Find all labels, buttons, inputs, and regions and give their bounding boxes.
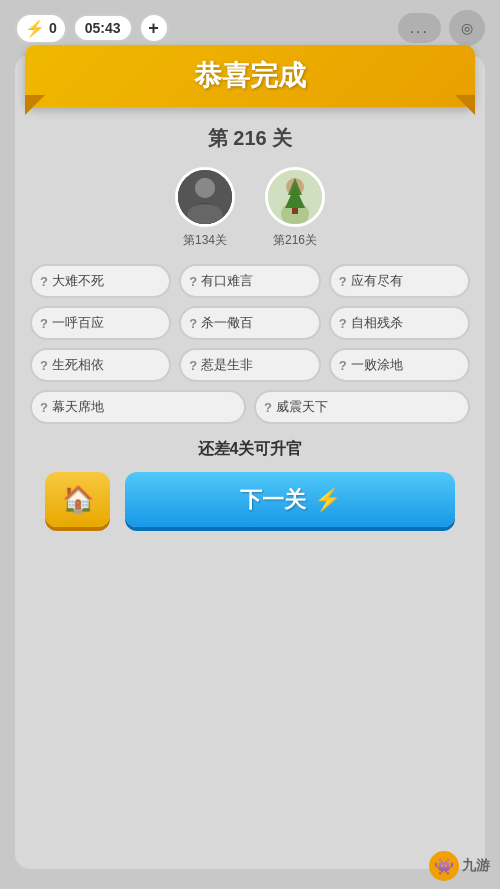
menu-button[interactable]: ...	[398, 13, 441, 43]
tag-item-2[interactable]: ? 应有尽有	[329, 264, 470, 298]
avatar-1-label: 第134关	[183, 232, 227, 249]
home-button[interactable]: 🏠	[45, 472, 110, 527]
home-icon: 🏠	[62, 484, 94, 515]
avatar-2-label: 第216关	[273, 232, 317, 249]
tag-text-2: 应有尽有	[351, 272, 403, 290]
avatar-1-image	[178, 170, 232, 224]
tags-row4: ? 幕天席地 ? 威震天下	[30, 390, 470, 424]
tag-question-0: ?	[40, 274, 48, 289]
tag-text-7: 惹是生非	[201, 356, 253, 374]
next-level-button[interactable]: 下一关 ⚡	[125, 472, 455, 527]
tag-item-10[interactable]: ? 威震天下	[254, 390, 470, 424]
tag-item-9[interactable]: ? 幕天席地	[30, 390, 246, 424]
avatar-2-image	[268, 170, 322, 224]
avatar-item-1: 第134关	[175, 167, 235, 249]
banner-container: 恭喜完成	[25, 45, 475, 107]
tag-text-3: 一呼百应	[52, 314, 104, 332]
tag-item-7[interactable]: ? 惹是生非	[179, 348, 320, 382]
tag-question-7: ?	[189, 358, 197, 373]
main-card: 恭喜完成 第 216 关 第134关	[15, 55, 485, 869]
svg-rect-8	[292, 208, 298, 214]
tag-question-2: ?	[339, 274, 347, 289]
timer-display: 05:43	[73, 14, 133, 42]
tags-grid: ? 大难不死 ? 有口难言 ? 应有尽有 ? 一呼百应 ? 杀一儆百 ? 自相残…	[30, 264, 470, 382]
watermark: 👾 九游	[429, 851, 490, 881]
next-level-text: 下一关	[240, 485, 306, 515]
target-button[interactable]: ◎	[449, 10, 485, 46]
svg-point-1	[195, 178, 215, 198]
svg-rect-0	[178, 170, 232, 224]
lightning-icon: ⚡	[25, 19, 45, 38]
tag-question-9: ?	[40, 400, 48, 415]
tag-item-1[interactable]: ? 有口难言	[179, 264, 320, 298]
tag-item-0[interactable]: ? 大难不死	[30, 264, 171, 298]
avatars-row: 第134关 第216关	[15, 167, 485, 249]
tag-item-3[interactable]: ? 一呼百应	[30, 306, 171, 340]
avatar-item-2: 第216关	[265, 167, 325, 249]
banner-title: 恭喜完成	[194, 60, 306, 91]
add-button[interactable]: +	[139, 13, 169, 43]
tag-text-1: 有口难言	[201, 272, 253, 290]
top-left-controls: ⚡ 0 05:43 +	[15, 13, 169, 44]
jiuyou-icon: 👾	[429, 851, 459, 881]
promo-text: 还差4关可升官	[15, 439, 485, 460]
tag-item-4[interactable]: ? 杀一儆百	[179, 306, 320, 340]
tag-item-5[interactable]: ? 自相残杀	[329, 306, 470, 340]
tag-text-10: 威震天下	[276, 398, 328, 416]
next-lightning-icon: ⚡	[314, 487, 341, 513]
top-right-controls: ... ◎	[398, 10, 485, 46]
tag-question-3: ?	[40, 316, 48, 331]
tag-item-8[interactable]: ? 一败涂地	[329, 348, 470, 382]
avatar-2	[265, 167, 325, 227]
tag-text-5: 自相残杀	[351, 314, 403, 332]
svg-point-2	[189, 203, 221, 224]
jiuyou-emoji: 👾	[434, 857, 454, 876]
lightning-badge: ⚡ 0	[15, 13, 67, 44]
tag-text-6: 生死相依	[52, 356, 104, 374]
tag-question-8: ?	[339, 358, 347, 373]
tag-question-10: ?	[264, 400, 272, 415]
tag-question-6: ?	[40, 358, 48, 373]
lightning-count: 0	[49, 20, 57, 36]
level-info: 第 216 关	[15, 125, 485, 152]
jiuyou-text: 九游	[462, 857, 490, 875]
tag-text-0: 大难不死	[52, 272, 104, 290]
tag-question-1: ?	[189, 274, 197, 289]
tag-item-6[interactable]: ? 生死相依	[30, 348, 171, 382]
completion-banner: 恭喜完成	[25, 45, 475, 107]
tag-text-8: 一败涂地	[351, 356, 403, 374]
tag-text-4: 杀一儆百	[201, 314, 253, 332]
tag-question-4: ?	[189, 316, 197, 331]
tag-text-9: 幕天席地	[52, 398, 104, 416]
avatar-1	[175, 167, 235, 227]
action-buttons: 🏠 下一关 ⚡	[15, 472, 485, 527]
tag-question-5: ?	[339, 316, 347, 331]
